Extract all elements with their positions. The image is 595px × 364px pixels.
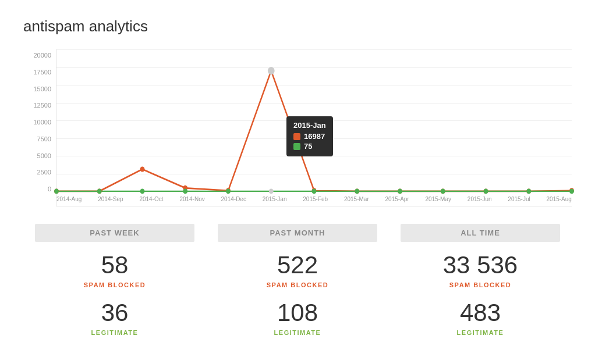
stat-block-past-week: PAST WEEK 58 SPAM BLOCKED 36 LEGITIMATE	[23, 224, 206, 336]
y-axis: 20000 17500 15000 12500 10000 7500 5000 …	[23, 49, 56, 206]
dot-spam-2	[140, 167, 145, 172]
period-label-week: PAST WEEK	[35, 224, 194, 242]
period-label-alltime: ALL TIME	[401, 224, 560, 242]
spam-line	[56, 71, 572, 191]
x-axis: 2014-Aug 2014-Sep 2014-Oct 2014-Nov 2014…	[56, 192, 572, 206]
legit-label-week: LEGITIMATE	[91, 329, 139, 336]
dot-spam-5-tooltip	[268, 67, 274, 74]
chart-inner: 2015-Jan 16987 75 2014-Aug 2014-Sep 2014…	[56, 49, 572, 206]
page-title: antispam analytics	[23, 17, 572, 35]
chart-area: 20000 17500 15000 12500 10000 7500 5000 …	[23, 49, 572, 206]
legit-label-month: LEGITIMATE	[274, 329, 321, 336]
chart-svg	[56, 49, 572, 192]
stat-block-past-month: PAST MONTH 522 SPAM BLOCKED 108 LEGITIMA…	[206, 224, 389, 336]
spam-count-week: 58	[101, 251, 129, 279]
legit-label-alltime: LEGITIMATE	[457, 329, 504, 336]
period-label-month: PAST MONTH	[218, 224, 377, 242]
spam-count-month: 522	[277, 251, 318, 279]
spam-label-month: SPAM BLOCKED	[267, 281, 328, 288]
legit-count-month: 108	[277, 299, 318, 327]
legit-count-alltime: 483	[460, 299, 501, 327]
stat-block-all-time: ALL TIME 33 536 SPAM BLOCKED 483 LEGITIM…	[389, 224, 572, 336]
stats-row: PAST WEEK 58 SPAM BLOCKED 36 LEGITIMATE …	[23, 224, 572, 336]
spam-label-alltime: SPAM BLOCKED	[449, 281, 511, 288]
legit-count-week: 36	[101, 299, 129, 327]
spam-count-alltime: 33 536	[443, 251, 518, 279]
spam-label-week: SPAM BLOCKED	[84, 281, 146, 288]
